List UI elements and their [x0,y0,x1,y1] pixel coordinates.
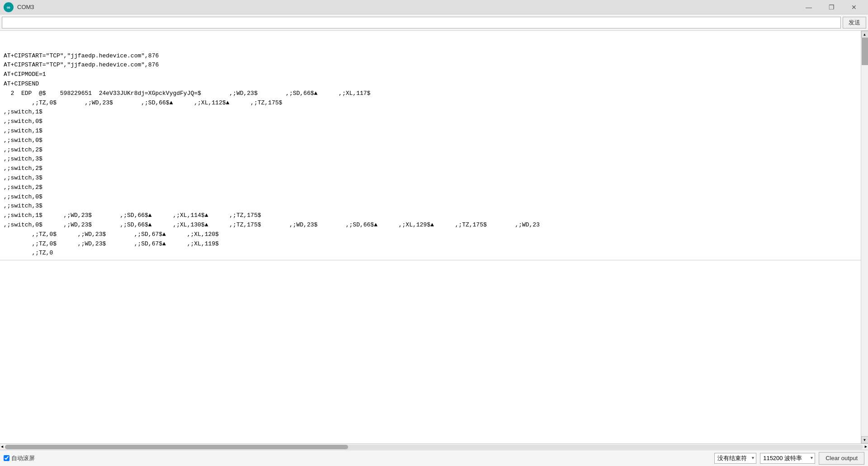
output-scroll[interactable]: AT+CIPSTART="TCP","jjfaedp.hedevice.com"… [0,31,861,443]
minimize-button[interactable]: — [798,0,819,14]
output-wrapper: AT+CIPSTART="TCP","jjfaedp.hedevice.com"… [0,31,868,443]
autoscroll-label[interactable]: 自动滚屏 [11,454,35,462]
scroll-up-button[interactable]: ▲ [861,31,868,38]
window-title: COM3 [17,4,34,10]
output-line: ,;switch,1$ [4,108,857,117]
output-line: ,;switch,3$ [4,202,857,211]
baud-rate-select[interactable]: 300 波特率1200 波特率2400 波特率4800 波特率9600 波特率1… [760,453,815,464]
output-line: ,;switch,2$ [4,164,857,174]
output-line: AT+CIPMODE=1 [4,70,857,80]
output-line: ,;TZ,0$ ,;WD,23$ ,;SD,67$▲ ,;XL,119$ [4,240,857,249]
title-bar: ∞ COM3 — ❐ ✕ [0,0,868,14]
output-line: AT+CIPSEND [4,80,857,89]
scroll-down-button[interactable]: ▼ [861,436,868,443]
line-ending-select[interactable]: 没有结束符换行回车换行并回车 [714,453,756,464]
output-line: 2 EDP @$ 598229651 24eV33JUKr8dj=XGpckVy… [4,89,857,99]
output-line: ,;switch,2$ [4,146,857,155]
autoscroll-container: 自动滚屏 [4,454,35,462]
autoscroll-checkbox[interactable] [4,455,9,461]
clear-output-button[interactable]: Clear output [819,452,864,465]
horizontal-scrollbar[interactable]: ◄ ► [0,443,868,450]
output-area: AT+CIPSTART="TCP","jjfaedp.hedevice.com"… [0,31,861,260]
output-line: ,;switch,1$ ,;WD,23$ ,;SD,66$▲ ,;XL,114$… [4,211,857,221]
title-bar-controls: — ❐ ✕ [798,0,864,14]
hscroll-right-button[interactable]: ► [864,445,868,449]
title-bar-left: ∞ COM3 [4,2,34,12]
output-line: ,;switch,0$ [4,117,857,127]
output-line: ,;switch,3$ [4,174,857,183]
arduino-logo: ∞ [4,2,14,12]
vertical-scrollbar[interactable]: ▲ ▼ [861,31,868,443]
maximize-button[interactable]: ❐ [821,0,842,14]
hscroll-left-button[interactable]: ◄ [0,445,4,449]
baud-rate-wrapper: 300 波特率1200 波特率2400 波特率4800 波特率9600 波特率1… [760,453,815,464]
output-line: AT+CIPSTART="TCP","jjfaedp.hedevice.com"… [4,61,857,70]
close-button[interactable]: ✕ [844,0,864,14]
output-line: ,;switch,0$ [4,136,857,146]
hscroll-track [5,445,863,449]
output-line: ,;switch,2$ [4,183,857,193]
serial-input[interactable] [2,17,841,28]
output-line: ,;switch,3$ [4,155,857,164]
output-line: AT+CIPSTART="TCP","jjfaedp.hedevice.com"… [4,52,857,61]
output-line: ,;switch,0$ [4,193,857,202]
output-line: ,;switch,0$ ,;WD,23$ ,;SD,66$▲ ,;XL,130$… [4,221,857,230]
output-line: ,;TZ,0$ ,;WD,23$ ,;SD,66$▲ ,;XL,112$▲ ,;… [4,99,857,108]
send-button[interactable]: 发送 [843,17,866,28]
scroll-thumb[interactable] [862,38,868,65]
hscroll-thumb[interactable] [5,445,348,449]
scroll-track [862,38,868,436]
line-ending-wrapper: 没有结束符换行回车换行并回车 [714,453,756,464]
output-line: ,;TZ,0$ ,;WD,23$ ,;SD,67$▲ ,;XL,120$ [4,230,857,240]
output-line: ,;TZ,0 [4,249,857,258]
status-bar: 自动滚屏 没有结束符换行回车换行并回车 300 波特率1200 波特率2400 … [0,450,868,466]
input-bar: 发送 [0,14,868,31]
output-line: ,;switch,1$ [4,127,857,136]
